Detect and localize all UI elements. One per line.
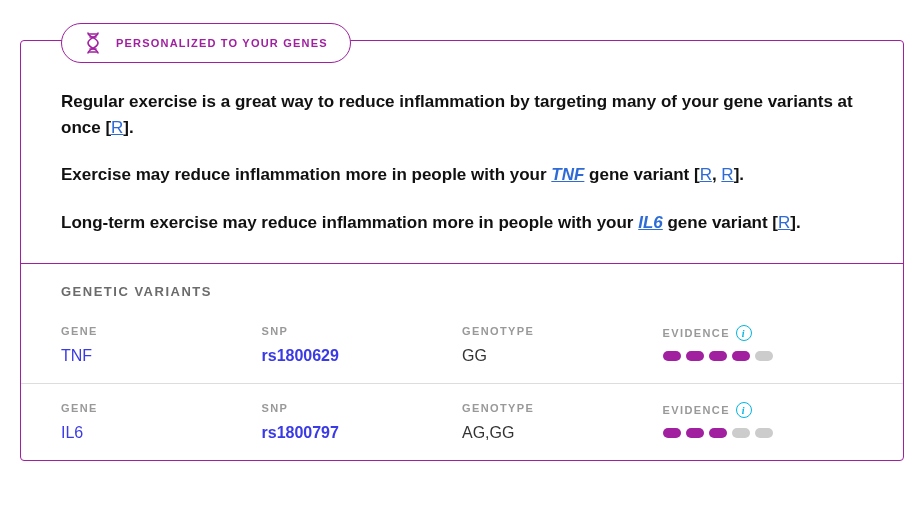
evidence-dot: [686, 428, 704, 438]
reference-link[interactable]: R: [721, 165, 733, 184]
genetic-card: PERSONALIZED TO YOUR GENES Regular exerc…: [20, 40, 904, 461]
summary-section: Regular exercise is a great way to reduc…: [21, 41, 903, 263]
col-evidence: EVIDENCEi: [663, 325, 864, 365]
evidence-dots: [663, 428, 864, 438]
genotype-value: GG: [462, 347, 663, 365]
gene-value[interactable]: TNF: [61, 347, 262, 365]
variants-title: GENETIC VARIANTS: [21, 264, 903, 307]
col-label-genotype: GENOTYPE: [462, 402, 663, 414]
summary-paragraph-2: Exercise may reduce inflammation more in…: [61, 162, 863, 188]
snp-value[interactable]: rs1800629: [262, 347, 463, 365]
reference-link[interactable]: R: [700, 165, 712, 184]
evidence-dot: [732, 428, 750, 438]
reference-link[interactable]: R: [778, 213, 790, 232]
variant-row: GENETNFSNPrs1800629GENOTYPEGGEVIDENCEi: [21, 307, 903, 383]
variant-row: GENEIL6SNPrs1800797GENOTYPEAG,GGEVIDENCE…: [21, 383, 903, 460]
genotype-value: AG,GG: [462, 424, 663, 442]
col-label-gene: GENE: [61, 325, 262, 337]
evidence-dot: [663, 428, 681, 438]
col-evidence: EVIDENCEi: [663, 402, 864, 442]
col-genotype: GENOTYPEGG: [462, 325, 663, 365]
evidence-dot: [663, 351, 681, 361]
col-label-snp: SNP: [262, 402, 463, 414]
evidence-dot: [709, 428, 727, 438]
gene-link-tnf[interactable]: TNF: [551, 165, 584, 184]
col-gene: GENEIL6: [61, 402, 262, 442]
snp-value[interactable]: rs1800797: [262, 424, 463, 442]
evidence-dot: [755, 428, 773, 438]
col-genotype: GENOTYPEAG,GG: [462, 402, 663, 442]
dna-icon: [84, 32, 102, 54]
col-snp: SNPrs1800797: [262, 402, 463, 442]
summary-paragraph-3: Long-term exercise may reduce inflammati…: [61, 210, 863, 236]
evidence-dot: [732, 351, 750, 361]
col-label-snp: SNP: [262, 325, 463, 337]
gene-link-il6[interactable]: IL6: [638, 213, 663, 232]
info-icon[interactable]: i: [736, 402, 752, 418]
col-snp: SNPrs1800629: [262, 325, 463, 365]
col-gene: GENETNF: [61, 325, 262, 365]
personalized-badge: PERSONALIZED TO YOUR GENES: [61, 23, 351, 63]
reference-link[interactable]: R: [111, 118, 123, 137]
evidence-dot: [755, 351, 773, 361]
evidence-dots: [663, 351, 864, 361]
col-label-genotype: GENOTYPE: [462, 325, 663, 337]
col-label-evidence: EVIDENCEi: [663, 402, 864, 418]
col-label-gene: GENE: [61, 402, 262, 414]
col-label-evidence: EVIDENCEi: [663, 325, 864, 341]
evidence-dot: [709, 351, 727, 361]
evidence-dot: [686, 351, 704, 361]
variants-section: GENETIC VARIANTS GENETNFSNPrs1800629GENO…: [21, 263, 903, 460]
gene-value[interactable]: IL6: [61, 424, 262, 442]
badge-text: PERSONALIZED TO YOUR GENES: [116, 37, 328, 49]
summary-paragraph-1: Regular exercise is a great way to reduc…: [61, 89, 863, 140]
info-icon[interactable]: i: [736, 325, 752, 341]
